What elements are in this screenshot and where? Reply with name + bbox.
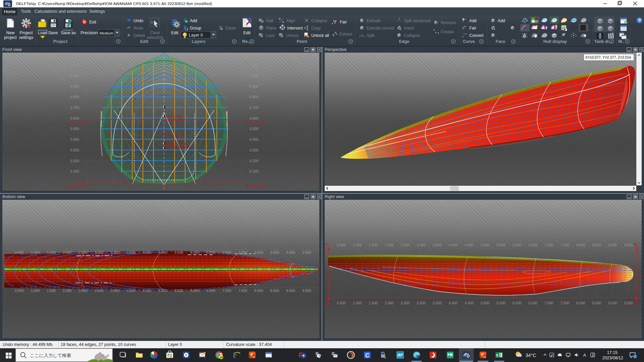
svg-text:Undo: Undo <box>133 18 143 23</box>
svg-text:Extrude: Extrude <box>367 18 381 23</box>
svg-text:7.000: 7.000 <box>222 289 231 293</box>
svg-text:Add: Add <box>469 18 477 23</box>
svg-text:5.000: 5.000 <box>481 243 489 247</box>
svg-text:2.500: 2.500 <box>79 289 88 293</box>
svg-text:5.500: 5.500 <box>496 243 505 247</box>
svg-text:LCF=4.460: LCF=4.460 <box>166 118 184 122</box>
svg-text:A: A <box>583 353 586 358</box>
svg-text:3.500: 3.500 <box>111 289 119 293</box>
svg-text:5.500: 5.500 <box>496 301 505 305</box>
svg-text:0.300: 0.300 <box>250 148 258 152</box>
svg-text:DWL 0.595: DWL 0.595 <box>67 121 86 125</box>
svg-text:4.000: 4.000 <box>449 243 458 247</box>
svg-text:7.000: 7.000 <box>544 243 553 247</box>
svg-text:Copy: Copy <box>311 26 321 31</box>
svg-text:Edge: Edge <box>399 39 410 44</box>
svg-text:FP: FP <box>633 302 637 306</box>
svg-text:ここに入力して検索: ここに入力して検索 <box>30 353 71 358</box>
svg-text:9.500: 9.500 <box>624 301 633 305</box>
svg-text:Base 0.000: Base 0.000 <box>247 184 265 188</box>
svg-text:Load: Load <box>38 31 47 35</box>
svg-text:9.000: 9.000 <box>286 289 295 293</box>
svg-text:360: 360 <box>483 356 486 358</box>
svg-text:DWL 0.595: DWL 0.595 <box>247 121 265 125</box>
svg-text:8.000: 8.000 <box>576 301 585 305</box>
svg-text:?: ? <box>350 40 352 43</box>
svg-text:9.500: 9.500 <box>624 243 633 247</box>
svg-text:FP: FP <box>633 243 638 246</box>
svg-text:34°C: 34°C <box>526 353 536 358</box>
svg-text:Point: Point <box>297 39 307 44</box>
svg-text:0.600: 0.600 <box>70 116 79 120</box>
svg-text:AP: AP <box>325 243 329 246</box>
svg-text:7.500: 7.500 <box>238 250 247 254</box>
svg-text:0.500: 0.500 <box>15 289 23 293</box>
svg-text:Add: Add <box>498 18 505 23</box>
svg-text:5.000: 5.000 <box>159 289 167 293</box>
svg-text:selection: selection <box>147 35 163 40</box>
svg-text:6.500: 6.500 <box>207 289 215 293</box>
svg-text:9.500: 9.500 <box>302 289 311 293</box>
svg-text:9.000: 9.000 <box>286 250 295 254</box>
svg-text:1.000: 1.000 <box>250 74 258 78</box>
svg-text:Crease: Crease <box>441 29 454 34</box>
svg-text:3.500: 3.500 <box>111 250 119 254</box>
svg-text:1.100: 1.100 <box>250 63 258 67</box>
svg-text:360: 360 <box>252 356 255 358</box>
svg-text:0.100: 0.100 <box>250 169 258 173</box>
svg-text:?: ? <box>513 40 515 43</box>
svg-text:7.500: 7.500 <box>560 243 569 247</box>
svg-text:0.700: 0.700 <box>70 106 79 110</box>
svg-text:Split advanced: Split advanced <box>404 18 431 23</box>
svg-text:Plane: Plane <box>266 26 276 31</box>
svg-text:6.000: 6.000 <box>191 250 199 254</box>
svg-text:Split: Split <box>367 33 375 38</box>
svg-text:0.700: 0.700 <box>250 106 258 110</box>
svg-text:Edit: Edit <box>243 31 251 35</box>
svg-text:0.200: 0.200 <box>70 159 79 163</box>
svg-text:Project: Project <box>53 39 68 44</box>
svg-text:Precision: Precision <box>80 31 98 35</box>
svg-text:8.500: 8.500 <box>592 243 601 247</box>
svg-text:X: X <box>496 353 499 357</box>
svg-text:3.000: 3.000 <box>417 301 425 305</box>
svg-text:7.500: 7.500 <box>238 289 247 293</box>
svg-text:2.500: 2.500 <box>79 250 88 254</box>
svg-text:4.500: 4.500 <box>143 289 151 293</box>
svg-text:Face: Face <box>496 39 505 44</box>
svg-text:0.800: 0.800 <box>70 95 79 99</box>
svg-text:0.200: 0.200 <box>250 159 258 163</box>
svg-text:0.800: 0.800 <box>250 95 258 99</box>
svg-text:Save: Save <box>48 31 58 35</box>
svg-text:Base 0.000: Base 0.000 <box>67 184 86 188</box>
svg-text:5.000: 5.000 <box>481 301 489 305</box>
svg-text:C: C <box>640 274 642 278</box>
svg-text:2.500: 2.500 <box>401 301 410 305</box>
svg-text:Collapse: Collapse <box>404 33 420 38</box>
svg-text:2.000: 2.000 <box>385 243 393 247</box>
svg-text:7.000: 7.000 <box>544 301 553 305</box>
svg-text:17:15: 17:15 <box>607 350 618 355</box>
svg-text:Intersect: Intersect <box>287 26 303 31</box>
svg-text:6.000: 6.000 <box>191 289 199 293</box>
svg-text:9.500: 9.500 <box>302 250 311 254</box>
svg-text:2.500: 2.500 <box>401 243 410 247</box>
svg-text:Extrude curved: Extrude curved <box>367 26 394 31</box>
svg-text:W..: W.. <box>618 39 624 44</box>
svg-text:0.500: 0.500 <box>250 127 258 131</box>
svg-text:?: ? <box>587 40 589 43</box>
svg-text:5.500: 5.500 <box>174 289 183 293</box>
svg-text:e: e <box>233 351 237 359</box>
svg-text:Layers: Layers <box>192 39 205 44</box>
svg-text:?: ? <box>117 40 119 43</box>
svg-text:Cp=0.601: Cp=0.601 <box>165 134 181 138</box>
svg-text:3.000: 3.000 <box>95 250 103 254</box>
svg-text:Clean: Clean <box>225 26 236 31</box>
svg-text:Collapse: Collapse <box>311 18 327 23</box>
svg-text:Medium: Medium <box>100 31 113 35</box>
svg-text:0.500: 0.500 <box>15 250 23 254</box>
svg-text:Align: Align <box>286 18 295 23</box>
svg-text:0.400: 0.400 <box>70 137 79 141</box>
svg-text:5.000: 5.000 <box>159 250 167 254</box>
svg-text:?: ? <box>452 40 454 43</box>
